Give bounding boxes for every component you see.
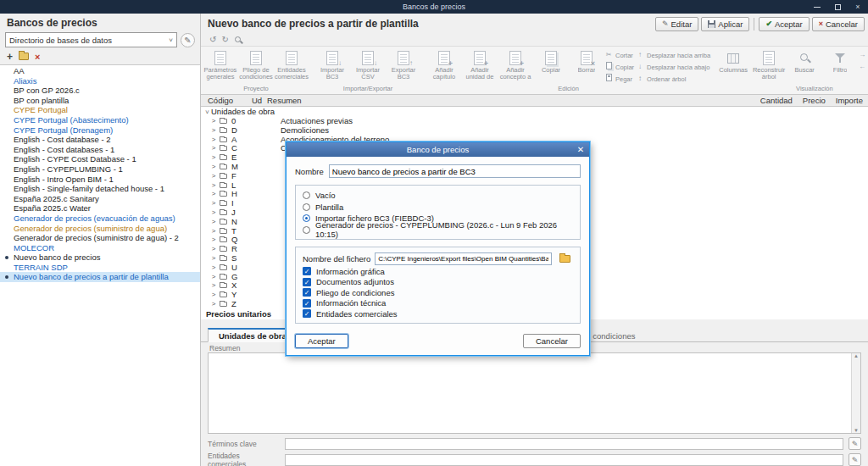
radio-icon[interactable] bbox=[303, 203, 310, 211]
scroll-up-icon[interactable]: ▲ bbox=[852, 353, 860, 358]
column-resumen[interactable]: Resumen bbox=[267, 96, 302, 105]
dialog-aceptar-button[interactable]: Aceptar bbox=[295, 334, 348, 348]
database-list-item[interactable]: Generador de precios (suministro de agua… bbox=[0, 233, 200, 243]
scroll-down-icon[interactable]: ▼ bbox=[852, 428, 860, 433]
anadir-unidad-obra-button[interactable]: Añadir unidad de obra bbox=[462, 48, 498, 81]
expand-arrow-icon[interactable]: > bbox=[209, 199, 218, 208]
expand-arrow-icon[interactable]: > bbox=[209, 153, 218, 163]
edit-entidades-button[interactable]: ✎ bbox=[849, 453, 861, 466]
radio-option[interactable]: Vacío bbox=[303, 190, 573, 202]
expand-arrow-icon[interactable]: > bbox=[209, 300, 218, 309]
expand-arrow-icon[interactable]: > bbox=[209, 281, 218, 291]
expand-arrow-icon[interactable]: > bbox=[209, 163, 218, 172]
exportar-bc3-button[interactable]: Exportar BC3 bbox=[386, 48, 421, 81]
expand-arrow-icon[interactable]: > bbox=[209, 208, 218, 218]
expand-arrow-icon[interactable]: > bbox=[209, 144, 218, 153]
minimize-button[interactable] bbox=[807, 0, 827, 14]
maximize-button[interactable] bbox=[827, 0, 848, 14]
open-folder-button[interactable] bbox=[19, 53, 29, 60]
expand-arrow-icon[interactable]: > bbox=[209, 172, 218, 181]
column-precio[interactable]: Precio bbox=[803, 96, 826, 105]
dialog-cancelar-button[interactable]: Cancelar bbox=[523, 334, 581, 348]
database-list-item[interactable]: España 2025.c Sanitary bbox=[0, 194, 200, 204]
database-list-item[interactable]: English - CYPEPLUMBING - 1 bbox=[0, 164, 200, 175]
dialog-close-button[interactable]: ✕ bbox=[572, 142, 589, 157]
database-list-item[interactable]: Nuevo banco de precios a partir de plant… bbox=[0, 272, 200, 282]
expand-arrow-icon[interactable]: > bbox=[209, 117, 218, 126]
edit-directory-button[interactable]: ✎ bbox=[181, 33, 195, 47]
database-list-item[interactable]: TERRAIN SDP bbox=[0, 263, 200, 273]
cancelar-button[interactable]: ×Cancelar bbox=[812, 17, 865, 31]
database-list-item[interactable]: España 2025.c Water bbox=[0, 203, 200, 214]
columnas-button[interactable]: Columnas bbox=[715, 48, 751, 81]
entidades-comerciales-input[interactable] bbox=[285, 454, 843, 466]
checkbox-option[interactable]: Información gráfica bbox=[303, 266, 573, 277]
parametros-generales-button[interactable]: Parámetros generales bbox=[203, 48, 238, 81]
filtro-button[interactable]: Filtro bbox=[822, 48, 858, 81]
anadir-concepto-button[interactable]: Añadir concepto a la... bbox=[498, 48, 533, 81]
aceptar-button[interactable]: ✔Aceptar bbox=[759, 17, 809, 31]
database-list-item[interactable]: MOLECOR bbox=[0, 243, 200, 253]
radio-icon[interactable] bbox=[303, 191, 310, 199]
edit-terminos-button[interactable]: ✎ bbox=[849, 437, 861, 450]
close-button[interactable]: × bbox=[848, 0, 868, 14]
radio-option[interactable]: Generador de precios - CYPEPLUMBING (202… bbox=[303, 225, 573, 236]
fichero-input[interactable] bbox=[375, 252, 552, 265]
desplazar-arriba-button[interactable]: ↑Desplazar hacia arriba bbox=[636, 50, 710, 60]
checkbox-icon[interactable] bbox=[303, 309, 311, 318]
borrar-button[interactable]: Borrar bbox=[569, 48, 604, 81]
expand-arrow-icon[interactable]: > bbox=[209, 291, 218, 300]
database-list-item[interactable]: Aliaxis bbox=[0, 76, 200, 86]
checkbox-icon[interactable] bbox=[303, 267, 311, 275]
column-cantidad[interactable]: Cantidad bbox=[760, 96, 793, 105]
cortar-button[interactable]: ✂Cortar bbox=[604, 50, 634, 60]
reconstruir-arbol-button[interactable]: Reconstruir árbol bbox=[751, 48, 787, 81]
ordenar-arbol-button[interactable]: ↕Ordenar árbol bbox=[636, 74, 710, 84]
browse-file-button[interactable] bbox=[556, 252, 573, 265]
copiar-button[interactable]: Copiar bbox=[533, 48, 569, 81]
add-database-button[interactable]: + bbox=[7, 53, 13, 61]
database-list-item[interactable]: AA bbox=[0, 66, 200, 76]
database-list-item[interactable]: English - Single-family detached house -… bbox=[0, 184, 200, 194]
expand-arrow-icon[interactable]: > bbox=[209, 254, 218, 264]
database-list-item[interactable]: Generador de precios (evacuación de agua… bbox=[0, 214, 200, 224]
terminos-clave-input[interactable] bbox=[285, 438, 843, 450]
database-list-item[interactable]: English - Cost databases - 1 bbox=[0, 145, 200, 155]
scrollbar[interactable]: ▲ ▼ bbox=[851, 353, 860, 433]
ir-definicion-button[interactable]: →Ir a la definición bbox=[858, 50, 868, 60]
column-codigo[interactable]: Código bbox=[208, 96, 233, 105]
pliego-condiciones-button[interactable]: Pliego de condiciones bbox=[238, 48, 274, 81]
checkbox-icon[interactable] bbox=[303, 278, 311, 286]
database-list-item[interactable]: Generador de precios (suministro de agua… bbox=[0, 224, 200, 234]
database-list-item[interactable]: BP con GP 2026.c bbox=[0, 86, 200, 96]
expand-arrow-icon[interactable]: > bbox=[209, 126, 218, 136]
tree-row[interactable]: > D Demoliciones bbox=[201, 126, 868, 136]
buscar-button[interactable]: Buscar bbox=[787, 48, 822, 81]
detail-tab[interactable]: Unidades de obra bbox=[208, 328, 298, 342]
checkbox-option[interactable]: Entidades comerciales bbox=[303, 308, 573, 319]
importar-bc3-button[interactable]: Importar BC3 bbox=[314, 48, 350, 81]
nombre-input[interactable] bbox=[329, 164, 581, 178]
entidades-comerciales-button[interactable]: Entidades comerciales bbox=[274, 48, 309, 81]
database-list-item[interactable]: English - Intro Open BIM - 1 bbox=[0, 175, 200, 185]
radio-option[interactable]: Plantilla bbox=[303, 202, 573, 214]
column-ud[interactable]: Ud bbox=[252, 96, 262, 105]
radio-icon[interactable] bbox=[303, 226, 310, 234]
database-list-item[interactable]: CYPE Portugal (Drenagem) bbox=[0, 125, 200, 136]
expand-arrow-icon[interactable]: > bbox=[209, 245, 218, 254]
anadir-capitulo-button[interactable]: Añadir capítulo bbox=[426, 48, 462, 81]
undo-button[interactable]: ↺ bbox=[209, 35, 216, 45]
radio-icon[interactable] bbox=[303, 214, 310, 222]
quick-search-button[interactable] bbox=[234, 36, 243, 45]
expand-arrow-icon[interactable]: > bbox=[209, 190, 218, 199]
volver-uso-button[interactable]: ←Volver al uso bbox=[858, 62, 868, 72]
column-importe[interactable]: Importe bbox=[836, 96, 863, 105]
database-list-item[interactable]: English - Cost database - 2 bbox=[0, 135, 200, 145]
expand-arrow-icon[interactable]: > bbox=[209, 273, 218, 282]
database-list-item[interactable]: Nuevo banco de precios bbox=[0, 252, 200, 263]
collapse-arrow-icon[interactable]: > bbox=[202, 108, 212, 116]
expand-arrow-icon[interactable]: > bbox=[209, 264, 218, 273]
copiar-small-button[interactable]: Copiar bbox=[604, 62, 634, 72]
expand-arrow-icon[interactable]: > bbox=[209, 218, 218, 227]
expand-arrow-icon[interactable]: > bbox=[209, 181, 218, 191]
